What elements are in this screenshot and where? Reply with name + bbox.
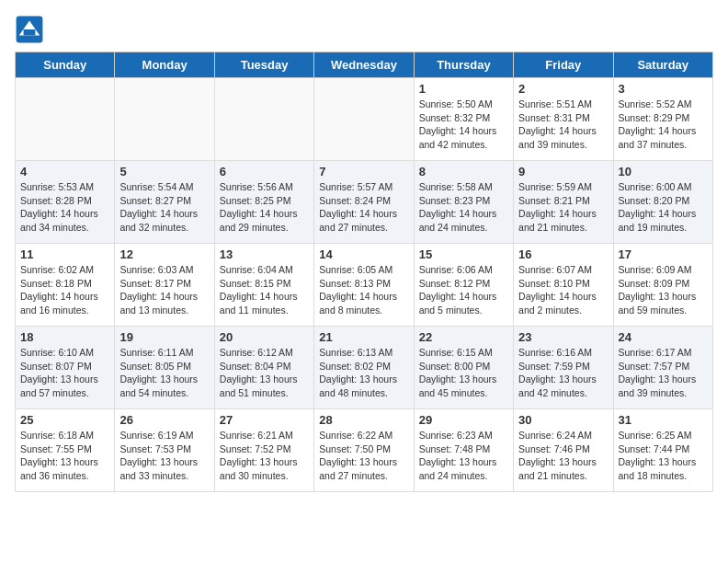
cal-cell-21: 21Sunrise: 6:13 AM Sunset: 8:02 PM Dayli… — [314, 327, 414, 409]
cell-info: Sunrise: 6:17 AM Sunset: 7:57 PM Dayligh… — [619, 346, 708, 400]
day-number: 21 — [319, 330, 408, 344]
cell-info: Sunrise: 5:57 AM Sunset: 8:24 PM Dayligh… — [319, 180, 408, 235]
day-number: 4 — [20, 165, 109, 178]
logo — [15, 15, 48, 44]
cal-cell-9: 9Sunrise: 5:59 AM Sunset: 8:21 PM Daylig… — [514, 161, 613, 244]
cell-info: Sunrise: 5:52 AM Sunset: 8:29 PM Dayligh… — [619, 98, 708, 152]
day-number: 12 — [119, 247, 209, 261]
cal-cell-16: 16Sunrise: 6:07 AM Sunset: 8:10 PM Dayli… — [514, 244, 613, 327]
cell-info: Sunrise: 6:03 AM Sunset: 8:17 PM Dayligh… — [119, 263, 209, 317]
cal-cell-10: 10Sunrise: 6:00 AM Sunset: 8:20 PM Dayli… — [613, 161, 712, 244]
cal-cell-17: 17Sunrise: 6:09 AM Sunset: 8:09 PM Dayli… — [613, 244, 712, 327]
day-header-friday: Friday — [514, 52, 613, 78]
cal-cell-31: 31Sunrise: 6:25 AM Sunset: 7:44 PM Dayli… — [613, 409, 712, 492]
calendar-table: SundayMondayTuesdayWednesdayThursdayFrid… — [15, 52, 713, 492]
week-row-5: 25Sunrise: 6:18 AM Sunset: 7:55 PM Dayli… — [16, 409, 713, 492]
cal-cell-8: 8Sunrise: 5:58 AM Sunset: 8:23 PM Daylig… — [414, 161, 513, 244]
day-number: 25 — [20, 413, 109, 427]
day-number: 31 — [619, 413, 708, 427]
cal-cell-24: 24Sunrise: 6:17 AM Sunset: 7:57 PM Dayli… — [613, 327, 712, 409]
day-number: 18 — [20, 330, 109, 344]
header-row: SundayMondayTuesdayWednesdayThursdayFrid… — [16, 52, 713, 78]
day-number: 9 — [518, 165, 608, 178]
cell-info: Sunrise: 5:58 AM Sunset: 8:23 PM Dayligh… — [419, 180, 508, 235]
cell-info: Sunrise: 6:19 AM Sunset: 7:53 PM Dayligh… — [119, 429, 209, 483]
cal-cell-empty — [314, 78, 414, 161]
day-number: 11 — [20, 247, 109, 261]
cal-cell-5: 5Sunrise: 5:54 AM Sunset: 8:27 PM Daylig… — [115, 161, 214, 244]
day-number: 8 — [419, 165, 508, 178]
cell-info: Sunrise: 6:21 AM Sunset: 7:52 PM Dayligh… — [220, 429, 309, 483]
day-number: 5 — [119, 165, 209, 178]
cal-cell-empty — [214, 78, 313, 161]
cal-cell-13: 13Sunrise: 6:04 AM Sunset: 8:15 PM Dayli… — [214, 244, 313, 327]
cal-cell-18: 18Sunrise: 6:10 AM Sunset: 8:07 PM Dayli… — [16, 327, 115, 409]
cal-cell-12: 12Sunrise: 6:03 AM Sunset: 8:17 PM Dayli… — [115, 244, 214, 327]
cell-info: Sunrise: 5:51 AM Sunset: 8:31 PM Dayligh… — [518, 98, 608, 152]
cell-info: Sunrise: 5:54 AM Sunset: 8:27 PM Dayligh… — [119, 180, 209, 235]
day-number: 20 — [220, 330, 309, 344]
day-number: 19 — [119, 330, 209, 344]
cell-info: Sunrise: 6:24 AM Sunset: 7:46 PM Dayligh… — [518, 429, 608, 483]
day-header-saturday: Saturday — [613, 52, 712, 78]
cal-cell-7: 7Sunrise: 5:57 AM Sunset: 8:24 PM Daylig… — [314, 161, 414, 244]
cal-cell-23: 23Sunrise: 6:16 AM Sunset: 7:59 PM Dayli… — [514, 327, 613, 409]
day-number: 29 — [419, 413, 508, 427]
day-number: 13 — [220, 247, 309, 261]
cell-info: Sunrise: 6:10 AM Sunset: 8:07 PM Dayligh… — [20, 346, 109, 400]
day-number: 2 — [518, 82, 608, 96]
day-number: 1 — [419, 82, 508, 96]
logo-icon — [15, 15, 44, 44]
cell-info: Sunrise: 6:06 AM Sunset: 8:12 PM Dayligh… — [419, 263, 508, 317]
cal-cell-22: 22Sunrise: 6:15 AM Sunset: 8:00 PM Dayli… — [414, 327, 513, 409]
cal-cell-29: 29Sunrise: 6:23 AM Sunset: 7:48 PM Dayli… — [414, 409, 513, 492]
cell-info: Sunrise: 5:59 AM Sunset: 8:21 PM Dayligh… — [518, 180, 608, 235]
day-header-tuesday: Tuesday — [214, 52, 313, 78]
week-row-4: 18Sunrise: 6:10 AM Sunset: 8:07 PM Dayli… — [16, 327, 713, 409]
cal-cell-27: 27Sunrise: 6:21 AM Sunset: 7:52 PM Dayli… — [214, 409, 313, 492]
cal-cell-empty — [115, 78, 214, 161]
day-number: 7 — [319, 165, 408, 178]
cell-info: Sunrise: 6:15 AM Sunset: 8:00 PM Dayligh… — [419, 346, 508, 400]
cell-info: Sunrise: 6:22 AM Sunset: 7:50 PM Dayligh… — [319, 429, 408, 483]
day-number: 27 — [220, 413, 309, 427]
cal-cell-6: 6Sunrise: 5:56 AM Sunset: 8:25 PM Daylig… — [214, 161, 313, 244]
cell-info: Sunrise: 6:23 AM Sunset: 7:48 PM Dayligh… — [419, 429, 508, 483]
cell-info: Sunrise: 6:25 AM Sunset: 7:44 PM Dayligh… — [619, 429, 708, 483]
cell-info: Sunrise: 6:02 AM Sunset: 8:18 PM Dayligh… — [20, 263, 109, 317]
week-row-1: 1Sunrise: 5:50 AM Sunset: 8:32 PM Daylig… — [16, 78, 713, 161]
day-number: 22 — [419, 330, 508, 344]
cal-cell-30: 30Sunrise: 6:24 AM Sunset: 7:46 PM Dayli… — [514, 409, 613, 492]
cell-info: Sunrise: 6:18 AM Sunset: 7:55 PM Dayligh… — [20, 429, 109, 483]
cell-info: Sunrise: 6:12 AM Sunset: 8:04 PM Dayligh… — [220, 346, 309, 400]
cell-info: Sunrise: 6:09 AM Sunset: 8:09 PM Dayligh… — [619, 263, 708, 317]
cell-info: Sunrise: 6:07 AM Sunset: 8:10 PM Dayligh… — [518, 263, 608, 317]
page-header — [15, 15, 713, 44]
cal-cell-empty — [16, 78, 115, 161]
cell-info: Sunrise: 6:16 AM Sunset: 7:59 PM Dayligh… — [518, 346, 608, 400]
day-header-sunday: Sunday — [16, 52, 115, 78]
cell-info: Sunrise: 5:53 AM Sunset: 8:28 PM Dayligh… — [20, 180, 109, 235]
day-number: 24 — [619, 330, 708, 344]
cell-info: Sunrise: 6:13 AM Sunset: 8:02 PM Dayligh… — [319, 346, 408, 400]
cal-cell-28: 28Sunrise: 6:22 AM Sunset: 7:50 PM Dayli… — [314, 409, 414, 492]
cal-cell-15: 15Sunrise: 6:06 AM Sunset: 8:12 PM Dayli… — [414, 244, 513, 327]
day-number: 14 — [319, 247, 408, 261]
cal-cell-3: 3Sunrise: 5:52 AM Sunset: 8:29 PM Daylig… — [613, 78, 712, 161]
day-number: 23 — [518, 330, 608, 344]
day-header-monday: Monday — [115, 52, 214, 78]
week-row-3: 11Sunrise: 6:02 AM Sunset: 8:18 PM Dayli… — [16, 244, 713, 327]
day-number: 6 — [220, 165, 309, 178]
calendar-header: SundayMondayTuesdayWednesdayThursdayFrid… — [16, 52, 713, 78]
day-number: 10 — [619, 165, 708, 178]
day-number: 17 — [619, 247, 708, 261]
svg-rect-2 — [24, 29, 36, 35]
cal-cell-1: 1Sunrise: 5:50 AM Sunset: 8:32 PM Daylig… — [414, 78, 513, 161]
cell-info: Sunrise: 6:04 AM Sunset: 8:15 PM Dayligh… — [220, 263, 309, 317]
cal-cell-2: 2Sunrise: 5:51 AM Sunset: 8:31 PM Daylig… — [514, 78, 613, 161]
cal-cell-25: 25Sunrise: 6:18 AM Sunset: 7:55 PM Dayli… — [16, 409, 115, 492]
day-number: 15 — [419, 247, 508, 261]
cell-info: Sunrise: 6:05 AM Sunset: 8:13 PM Dayligh… — [319, 263, 408, 317]
cell-info: Sunrise: 6:11 AM Sunset: 8:05 PM Dayligh… — [119, 346, 209, 400]
day-number: 26 — [119, 413, 209, 427]
